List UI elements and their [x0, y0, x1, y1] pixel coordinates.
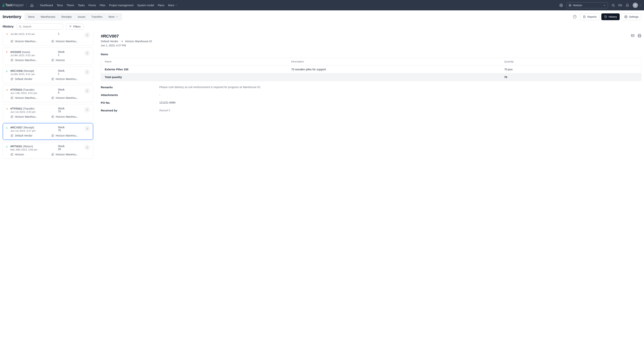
svg-rect-32 [12, 59, 13, 61]
nav-dashboard[interactable]: Dashboard [40, 4, 53, 7]
chevron-down-icon [175, 4, 177, 6]
col-quantity: Quantity [504, 60, 638, 63]
svg-rect-31 [11, 60, 12, 61]
settings-button[interactable]: Settings [622, 13, 641, 20]
nav-forms[interactable]: Forms [88, 4, 96, 7]
chevron-down-icon [116, 15, 118, 18]
tab-warehouses[interactable]: Warehouses [38, 14, 58, 20]
project-name: Horizon [573, 4, 602, 7]
chevron-down-icon [639, 4, 641, 6]
tab-items[interactable]: Items [25, 14, 38, 20]
nav-files[interactable]: Files [100, 4, 105, 7]
history-button[interactable]: History [601, 13, 620, 20]
logo-icon [3, 3, 4, 7]
mail-icon [631, 34, 634, 37]
card-from: Horizon [10, 153, 49, 156]
detail-title: #RCV007 [101, 34, 119, 39]
svg-rect-84 [12, 134, 13, 137]
svg-rect-18 [11, 41, 12, 42]
history-card[interactable]: #RTN001 (Return)Mar 30th 2023, 3:55 pmSt… [3, 142, 93, 159]
history-card[interactable]: #ISS005 (Issue)Jul 8th 2023, 9:32 amStoc… [3, 47, 93, 64]
items-table: Name Description Quantity Exterior Piles… [101, 58, 641, 81]
history-list[interactable]: Jul 8th 2023, 9:33 am1Horizon Warehou...… [3, 32, 93, 350]
svg-rect-70 [11, 116, 12, 118]
remarks-value: Please rush delivery as soil reinforceme… [159, 86, 641, 89]
tab-issues[interactable]: Issues [75, 14, 88, 20]
filters-button[interactable]: Filters [66, 23, 84, 30]
expand-button[interactable] [84, 50, 90, 56]
stock-value: 5 [58, 91, 84, 94]
col-description: Description [291, 60, 504, 63]
language-button[interactable]: EN [618, 4, 622, 7]
stock-value: 1 [58, 53, 84, 56]
detail-to: Horizon Warehouse 02 [125, 40, 152, 43]
svg-rect-77 [53, 116, 54, 118]
svg-point-1 [569, 4, 571, 6]
history-card[interactable]: #TFR003 (Transfer)Jun 13th 2023, 4:01 pm… [3, 85, 93, 102]
table-total-row: Total quantity 70 [101, 73, 641, 81]
table-row: Exterior Piles 150 70 wooden piles for s… [101, 65, 641, 73]
help-button[interactable] [571, 13, 578, 20]
history-icon [604, 15, 607, 18]
card-date: Jul 8th 2023, 9:33 am [10, 33, 58, 35]
svg-point-3 [612, 4, 614, 6]
target-icon [568, 4, 572, 7]
card-from: Horizon Warehou... [10, 40, 49, 43]
expand-button[interactable] [84, 145, 90, 150]
history-card[interactable]: Jul 8th 2023, 9:33 am1Horizon Warehou...… [3, 32, 93, 46]
expand-button[interactable] [84, 107, 90, 113]
search-button[interactable] [610, 3, 616, 8]
nav-project-management[interactable]: Project management [109, 4, 134, 7]
nav-therm[interactable]: Therm [66, 4, 74, 7]
app-logo[interactable]: TaskMapper [3, 3, 24, 7]
history-card[interactable]: #RCV008 (Receipt)Jul 8th 2023, 9:31 amSt… [3, 66, 93, 83]
receipt-icon [6, 70, 8, 73]
reports-button[interactable]: Reports [580, 13, 600, 20]
card-from: Horizon Warehou... [10, 115, 49, 118]
gear-icon [624, 15, 628, 18]
history-card[interactable]: #RCV007 (Receipt)Jun 1st 2023, 4:27 pmSt… [3, 123, 93, 140]
tab-more[interactable]: More [106, 14, 121, 20]
notifications-button[interactable] [625, 3, 630, 8]
sub-tabs: Items Warehouses Receipts Issues Transfe… [24, 13, 122, 20]
stock-label: Stock [58, 88, 84, 91]
svg-point-2 [570, 5, 570, 6]
tab-transfers[interactable]: Transfers [88, 14, 106, 20]
email-button[interactable] [631, 34, 634, 37]
expand-button[interactable] [84, 126, 90, 131]
item-description: 70 wooden piles for support [291, 68, 504, 71]
nav-terra[interactable]: Terra [57, 4, 63, 7]
stock-value: 1 [58, 72, 84, 75]
svg-rect-57 [11, 97, 12, 99]
detail-panel: #RCV007 Default Vendor Horizon Warehouse… [101, 32, 641, 350]
user-menu[interactable]: R [633, 3, 641, 8]
nav-system-model[interactable]: System model [137, 4, 154, 7]
card-title: #TFR002 (Transfer) [10, 107, 58, 110]
nav-tasks[interactable]: Tasks [78, 4, 85, 7]
search-input[interactable] [17, 23, 63, 30]
logo-text-1: Task [5, 3, 12, 7]
item-quantity: 70 pcs [504, 68, 638, 71]
list-controls: History Filters [0, 22, 644, 32]
svg-rect-90 [53, 134, 54, 137]
expand-button[interactable] [84, 32, 90, 38]
section-title: History [3, 25, 14, 28]
card-title: #ISS005 (Issue) [10, 50, 58, 53]
settings-gear-button[interactable] [558, 3, 564, 8]
table-header: Name Description Quantity [101, 58, 641, 65]
history-card[interactable]: #TFR002 (Transfer)Jun 1st 2023, 4:33 pmS… [3, 104, 93, 121]
project-dropdown[interactable]: Horizon [566, 2, 608, 8]
card-to: Horizon Warehou... [51, 77, 90, 80]
svg-rect-44 [11, 78, 12, 80]
card-date: Jun 13th 2023, 4:01 pm [10, 92, 58, 94]
card-from: Default Vendor [10, 134, 49, 137]
nav-more[interactable]: More [168, 4, 177, 7]
transfer-icon [6, 33, 8, 36]
expand-button[interactable] [84, 88, 90, 94]
home-button[interactable] [29, 3, 34, 8]
stock-label: Stock [58, 107, 84, 110]
print-button[interactable] [638, 34, 641, 37]
expand-button[interactable] [84, 69, 90, 75]
nav-plans[interactable]: Plans [158, 4, 164, 7]
tab-receipts[interactable]: Receipts [58, 14, 74, 20]
